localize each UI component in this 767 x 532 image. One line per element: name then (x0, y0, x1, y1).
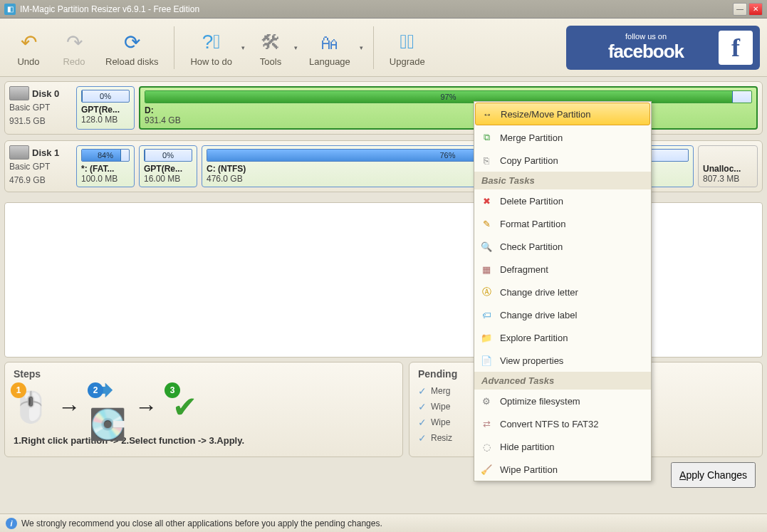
steps-panel: Steps 1 🖱️ → 2 ⬌💽 → 3 ✔ 1.Right click pa… (4, 362, 403, 457)
pending-op-3-text: Resiz (431, 433, 452, 443)
titlebar: ◧ IM-Magic Partition Resizer v6.9.1 - Fr… (0, 0, 767, 19)
menu-format[interactable]: ✎Format Partition (474, 212, 651, 235)
letter-icon: Ⓐ (480, 286, 493, 298)
howto-button[interactable]: ?⃝ How to do (183, 25, 239, 70)
pending-op-1-text: Wipe (431, 402, 450, 412)
step-3-badge: 3 (165, 382, 180, 398)
disk-1-scheme: Basic GPT (9, 161, 72, 173)
minimize-button[interactable]: — (733, 3, 747, 16)
facebook-icon: f (719, 31, 753, 65)
disk-icon (9, 86, 29, 100)
redo-button[interactable]: ↷ Redo (53, 25, 95, 70)
menu-format-label: Format Partition (500, 219, 565, 229)
d1p2-usage: 76% (439, 151, 455, 160)
howto-dropdown-arrow[interactable]: ▾ (241, 33, 246, 62)
menu-resize-move[interactable]: ↔Resize/Move Partition (475, 103, 650, 125)
menu-optimize[interactable]: ⚙Optimize filesystem (474, 390, 651, 412)
menu-drive-letter[interactable]: ⒶChange drive letter (474, 281, 651, 303)
status-text: We strongly recommend you close all othe… (21, 518, 382, 528)
language-dropdown-arrow[interactable]: ▾ (359, 33, 365, 62)
explore-icon: 📁 (480, 331, 493, 344)
facebook-badge[interactable]: follow us on facebook f (566, 26, 760, 70)
p0-size: 128.0 MB (81, 115, 130, 125)
p1-size: 931.4 GB (145, 115, 752, 125)
menu-properties[interactable]: 📄View properties (474, 349, 651, 372)
properties-icon: 📄 (480, 354, 493, 367)
step-1-badge: 1 (11, 382, 26, 398)
d1p0-usage: 84% (98, 151, 113, 160)
menu-label-label: Change drive label (500, 310, 577, 320)
tools-icon: 🛠 (256, 28, 285, 56)
apply-changes-button[interactable]: Apply Changes (671, 462, 756, 488)
partition-d0-p1-selected[interactable]: 97% D: 931.4 GB (139, 86, 758, 130)
tools-button[interactable]: 🛠 Tools (249, 25, 292, 70)
arrow-icon: → (135, 394, 157, 420)
menu-check[interactable]: 🔍Check Partition (474, 235, 651, 258)
defrag-icon: ▦ (480, 263, 493, 276)
menu-copy-label: Copy Partition (500, 155, 558, 166)
language-icon: 🗛 (315, 28, 344, 56)
disk-1-size: 476.9 GB (9, 174, 72, 187)
optimize-icon: ⚙ (480, 395, 493, 407)
resize-icon: ↔ (481, 108, 494, 120)
delete-icon: ✖ (480, 194, 493, 207)
app-icon: ◧ (4, 4, 16, 15)
disk-0-scheme: Basic GPT (9, 102, 72, 114)
menu-convert[interactable]: ⇄Convert NTFS to FAT32 (474, 412, 651, 435)
tools-dropdown-arrow[interactable]: ▾ (293, 33, 299, 62)
pending-op-0-text: Merg (431, 386, 450, 396)
language-label: Language (309, 56, 350, 67)
label-icon: 🏷 (480, 308, 493, 321)
tools-label: Tools (260, 56, 281, 67)
menu-props-label: View properties (500, 355, 563, 366)
menu-delete[interactable]: ✖Delete Partition (474, 189, 651, 212)
upgrade-button[interactable]: ⬆⃝ Upgrade (382, 25, 432, 70)
partition-d1-p1[interactable]: 0% GPT(Re... 16.00 MB (139, 145, 197, 187)
undo-button[interactable]: ↶ Undo (7, 25, 50, 70)
convert-icon: ⇄ (480, 417, 493, 430)
format-icon: ✎ (480, 217, 493, 230)
fb-follow-text: follow us on (573, 32, 719, 41)
menu-wipe[interactable]: 🧹Wipe Partition (474, 458, 651, 481)
step-2-badge: 2 (88, 382, 103, 398)
menu-delete-label: Delete Partition (500, 196, 563, 207)
menu-copy[interactable]: ⎘Copy Partition (474, 149, 651, 172)
toolbar: ↶ Undo ↷ Redo ⟳ Reload disks ?⃝ How to d… (0, 19, 767, 77)
menu-letter-label: Change drive letter (500, 287, 578, 298)
check-icon: ✓ (418, 401, 427, 412)
partition-d0-p0[interactable]: 0% GPT(Re... 128.0 MB (76, 86, 135, 130)
disk-1-title: Disk 1 (32, 147, 59, 158)
check-icon: ✓ (418, 417, 427, 428)
info-icon: i (6, 518, 17, 529)
redo-icon: ↷ (60, 28, 88, 56)
menu-drive-label[interactable]: 🏷Change drive label (474, 303, 651, 326)
upgrade-icon: ⬆⃝ (393, 28, 422, 56)
statusbar: i We strongly recommend you close all ot… (0, 513, 767, 532)
menu-merge[interactable]: ⧉Merge Partition (474, 126, 651, 149)
p0-usage: 0% (100, 92, 111, 100)
menu-section-advanced: Advanced Tasks (474, 372, 651, 390)
close-button[interactable]: ✕ (748, 3, 763, 16)
reload-disks-button[interactable]: ⟳ Reload disks (98, 25, 165, 70)
p1-usage: 97% (440, 93, 456, 101)
hide-icon: ◌ (480, 440, 493, 453)
undo-icon: ↶ (14, 28, 43, 56)
check-icon: ✓ (418, 385, 427, 397)
check-icon: 🔍 (480, 240, 493, 253)
partition-d1-unallocated[interactable]: Unalloc... 807.3 MB (698, 145, 758, 187)
d1p1-usage: 0% (162, 151, 174, 160)
copy-icon: ⎘ (480, 154, 493, 167)
d1p1-name: GPT(Re... (144, 164, 192, 174)
reload-icon: ⟳ (118, 28, 146, 56)
menu-explore[interactable]: 📁Explore Partition (474, 326, 651, 349)
menu-defrag-label: Defragment (500, 264, 548, 275)
disk-0-title: Disk 0 (32, 88, 59, 99)
partition-d1-p0[interactable]: 84% *: (FAT... 100.0 MB (76, 145, 135, 187)
menu-defragment[interactable]: ▦Defragment (474, 258, 651, 281)
check-icon: ✓ (418, 432, 427, 444)
undo-label: Undo (17, 56, 39, 67)
menu-hide[interactable]: ◌Hide partition (474, 435, 651, 458)
wipe-icon: 🧹 (480, 463, 493, 476)
p1-name: D: (145, 105, 752, 115)
language-button[interactable]: 🗛 Language (302, 25, 358, 70)
